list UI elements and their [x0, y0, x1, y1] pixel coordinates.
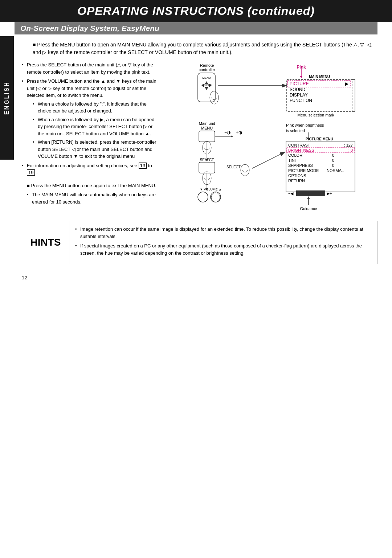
english-sidebar: ENGLISH: [0, 36, 14, 160]
guidance-bar-rect: [296, 190, 325, 196]
two-column-layout: Press the SELECT button of the main unit…: [22, 61, 377, 214]
hints-content: Image retention can occur if the same im…: [69, 221, 377, 264]
sub-bullet-list: When a choice is followed by ":", it ind…: [27, 100, 160, 160]
pm-sharpness-colon: :: [324, 163, 326, 168]
intro-paragraph: ■ Press the MENU button to open an MAIN …: [22, 41, 377, 56]
pm-sharpness-val: 0: [332, 163, 334, 168]
remote-down-arrow: [205, 87, 208, 90]
right-column: Remote controller MENU SELECT: [167, 61, 377, 214]
pm-picmode-val: : NORMAL: [324, 168, 344, 173]
sound-label: SOUND: [290, 87, 306, 92]
main-unit-label: Main unit: [199, 121, 215, 126]
hints-box: HINTS Image retention can occur if the s…: [22, 221, 377, 264]
hints-list: Image retention can occur if the same im…: [75, 226, 371, 257]
main-hand3: [211, 193, 220, 202]
page-num-text: 12: [22, 275, 27, 280]
menu-label-under-main: MENU: [201, 126, 213, 130]
picture-menu-title: PICTURE MENU: [306, 137, 333, 141]
pink-label-text: Pink: [297, 65, 306, 70]
menu-auto-close: The MAIN MENU will close automatically w…: [27, 191, 160, 205]
pm-tint-val: 0: [332, 158, 334, 163]
vol-minus: −◑: [224, 130, 230, 135]
arrow-menu-head: [231, 135, 233, 138]
volume-minus-label: ▼ VOLUME ▲: [200, 188, 222, 191]
bullet-for-info: For information on adjusting and setting…: [22, 162, 160, 176]
menu-exit-text: ■ Press the MENU button once again to ex…: [27, 182, 160, 189]
pm-color-val: 0: [332, 153, 334, 157]
bullet-select: Press the SELECT button of the main unit…: [22, 61, 160, 75]
sub-bullet-return: When [RETURN] is selected, press the rem…: [33, 139, 160, 160]
page-number: 12: [0, 275, 392, 284]
page-title: OPERATING INSTRUCTIONS (continued): [15, 4, 377, 18]
hints-item-1: Image retention can occur if the same im…: [75, 226, 371, 240]
english-label: ENGLISH: [4, 81, 10, 115]
volume-button-left: [198, 192, 208, 202]
pm-contrast-val: : 127: [344, 143, 353, 147]
pm-return-label: RETURN: [288, 179, 305, 183]
section-title: On-Screen Display System, EasyMenu: [20, 24, 372, 33]
main-menu-button: [199, 131, 215, 142]
pm-picmode-label: PICTURE MODE: [288, 168, 319, 173]
bullet-volume: Press the VOLUME button and the ▲ and ▼ …: [22, 78, 160, 160]
vol-plus: +◑: [236, 130, 242, 135]
intro-text: ■ Press the MENU button to open an MAIN …: [33, 41, 377, 56]
display-label: DISPLAY: [290, 93, 308, 98]
function-label: FUNCTION: [290, 98, 312, 103]
select-hand-detail: [242, 170, 248, 172]
pink-arrow-head: [300, 76, 303, 78]
diagram-svg: Remote controller MENU SELECT: [167, 61, 377, 214]
pm-options-label: OPTIONS: [288, 173, 306, 178]
main-content: ■ Press the MENU button to open an MAIN …: [0, 34, 392, 275]
remote-menu-text: MENU: [202, 76, 211, 79]
pm-tint-colon: :: [324, 158, 326, 163]
pink-brightness-2: is selected: [286, 128, 305, 133]
section-menu-exit: ■ Press the MENU button once again to ex…: [22, 182, 160, 206]
page-header: OPERATING INSTRUCTIONS (continued): [0, 0, 392, 22]
guidance-plus: ▶+: [327, 191, 332, 196]
pm-brightness-val: : 0: [348, 148, 353, 152]
remote-select-text: SELECT: [201, 84, 212, 86]
picture-label: PICTURE: [290, 81, 309, 86]
guidance-minus: −◀: [288, 191, 294, 196]
sub-bullet-colon: When a choice is followed by ":", it ind…: [33, 100, 160, 115]
pm-color-colon: :: [324, 153, 326, 157]
pm-tint-label: TINT: [288, 158, 297, 163]
remote-label-text2: controller: [199, 67, 215, 72]
pm-color-label: COLOR: [288, 153, 302, 157]
pink-brightness-1: Pink when brightness: [286, 123, 324, 127]
select-hand: [241, 164, 249, 176]
pm-contrast-label: CONTRAST: [288, 143, 310, 147]
guidance-label-text: Guidance: [300, 206, 317, 211]
remote-hand: [210, 91, 219, 104]
guidance-arrow-up-head: [307, 196, 310, 199]
diagram-area: Remote controller MENU SELECT: [167, 61, 377, 214]
left-column: Press the SELECT button of the main unit…: [22, 61, 160, 214]
picture-arrow: ▶: [345, 81, 349, 86]
volume-button-right: [211, 192, 221, 202]
remote-hand-detail: [211, 98, 217, 100]
menu-exit-sub: The MAIN MENU will close automatically w…: [27, 191, 160, 205]
bullet-list-main: Press the SELECT button of the main unit…: [22, 61, 160, 176]
select-side-label: SELECT: [226, 165, 241, 169]
pm-brightness-label: BRIGHTNESS: [288, 148, 314, 152]
pm-sharpness-label: SHARPNESS: [288, 163, 313, 168]
hints-label: HINTS: [22, 221, 69, 264]
remote-label-text: Remote: [200, 63, 214, 67]
hints-item-2: If special images created on a PC or any…: [75, 242, 371, 257]
arrow-to-picmenu: [252, 152, 285, 168]
main-menu-title: MAIN MENU: [309, 75, 330, 79]
sub-bullet-arrow: When a choice is followed by ▶, a menu c…: [33, 116, 160, 138]
menu-selection-mark-label: Menu selection mark: [297, 113, 334, 117]
